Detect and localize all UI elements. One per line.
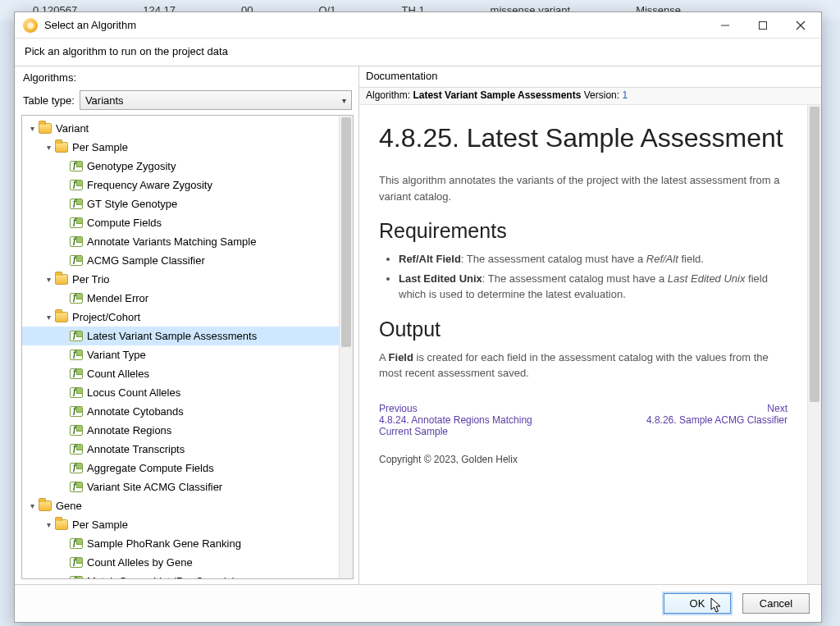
tree-item-acmg-sample-classifier[interactable]: ACMG Sample Classifier	[22, 251, 339, 270]
algorithm-icon	[70, 482, 83, 492]
algorithm-icon	[70, 199, 83, 209]
algorithm-icon	[70, 425, 83, 436]
next-link[interactable]: 4.8.26. Sample ACMG Classifier	[646, 414, 788, 426]
chevron-down-icon: ▾	[342, 96, 346, 105]
tree-label: Variant	[56, 122, 89, 135]
tree-label: Annotate Cytobands	[87, 405, 184, 418]
tree-label: Genotype Zygosity	[87, 160, 176, 172]
tree-folder-gene-per-sample[interactable]: ▾ Per Sample	[22, 515, 339, 534]
tree-item-latest-variant-sample-assessments[interactable]: Latest Variant Sample Assessments	[22, 327, 339, 345]
collapse-icon[interactable]: ▾	[43, 313, 53, 322]
folder-icon	[55, 142, 68, 153]
req-bold: Ref/Alt Field	[399, 253, 461, 265]
algorithm-icon	[70, 217, 83, 228]
collapse-icon[interactable]: ▾	[27, 124, 37, 133]
tree-folder-per-sample[interactable]: ▾ Per Sample	[22, 138, 339, 157]
tabletype-select[interactable]: Variants ▾	[80, 90, 352, 110]
algorithm-meta: Algorithm: Latest Variant Sample Assessm…	[359, 88, 821, 105]
version-value: 1	[622, 89, 628, 101]
algorithm-icon	[70, 406, 83, 417]
documentation-pane: Documentation Algorithm: Latest Variant …	[359, 66, 821, 584]
tree-item-mendel-error[interactable]: Mendel Error	[22, 289, 339, 308]
algorithm-tree[interactable]: ▾ Variant ▾ Per Sample Genotype Zygosity	[22, 116, 339, 578]
algorithm-icon	[70, 463, 83, 473]
tree-item-match-genes-list[interactable]: Match Genes List (Per Sample)	[22, 572, 339, 578]
tree-item-gt-style-genotype[interactable]: GT Style Genotype	[22, 194, 339, 213]
tree-label: Annotate Variants Matching Sample	[87, 235, 256, 248]
scrollbar-thumb[interactable]	[341, 117, 351, 347]
tree-item-frequency-aware-zygosity[interactable]: Frequency Aware Zygosity	[22, 176, 339, 194]
algorithm-icon	[70, 387, 83, 398]
algorithm-icon	[70, 350, 83, 360]
algorithms-label: Algorithms:	[21, 70, 354, 87]
tree-folder-variant[interactable]: ▾ Variant	[22, 119, 339, 138]
tree-item-variant-site-acmg-classifier[interactable]: Variant Site ACMG Classifier	[22, 477, 339, 496]
collapse-icon[interactable]: ▾	[43, 520, 53, 529]
tree-label: Annotate Transcripts	[87, 443, 185, 455]
close-button[interactable]	[782, 13, 819, 38]
tree-item-count-alleles-by-gene[interactable]: Count Alleles by Gene	[22, 553, 339, 572]
algo-meta-label: Algorithm:	[366, 89, 410, 101]
collapse-icon[interactable]: ▾	[43, 143, 53, 152]
doc-paragraph: This algorithm annotates the variants of…	[379, 172, 788, 204]
tree-label: Latest Variant Sample Assessments	[87, 330, 257, 342]
tree-folder-gene[interactable]: ▾ Gene	[22, 496, 339, 515]
svg-rect-1	[760, 21, 767, 29]
algorithm-icon	[70, 576, 83, 578]
tree-scrollbar[interactable]	[339, 116, 353, 578]
tree-item-annotate-cytobands[interactable]: Annotate Cytobands	[22, 402, 339, 421]
doc-nav-prev: Previous 4.8.24. Annotate Regions Matchi…	[379, 403, 567, 437]
algorithm-icon	[70, 236, 83, 247]
version-label: Version:	[584, 89, 619, 101]
documentation-label: Documentation	[359, 66, 821, 88]
list-item: Last Edited Unix: The assessment catalog…	[399, 271, 788, 303]
tree-label: Gene	[56, 500, 82, 512]
folder-icon	[39, 123, 52, 134]
tree-folder-per-trio[interactable]: ▾ Per Trio	[22, 270, 339, 289]
tree-label: Annotate Regions	[87, 424, 171, 436]
doc-heading: 4.8.25. Latest Sample Assessment	[379, 118, 788, 158]
tree-label: GT Style Genotype	[87, 198, 177, 210]
tree-label: Variant Site ACMG Classifier	[87, 481, 222, 493]
tree-item-locus-count-alleles[interactable]: Locus Count Alleles	[22, 383, 339, 402]
collapse-icon[interactable]: ▾	[27, 501, 37, 510]
tree-item-genotype-zygosity[interactable]: Genotype Zygosity	[22, 157, 339, 176]
maximize-button[interactable]	[744, 13, 782, 38]
tree-label: Per Trio	[72, 273, 110, 286]
collapse-icon[interactable]: ▾	[43, 275, 53, 284]
copyright: Copyright © 2023, Golden Helix	[379, 454, 788, 465]
folder-icon	[55, 312, 68, 322]
ok-button[interactable]: OK	[664, 593, 731, 614]
tree-item-sample-phorank[interactable]: Sample PhoRank Gene Ranking	[22, 534, 339, 553]
tree-folder-project-cohort[interactable]: ▾ Project/Cohort	[22, 308, 339, 327]
tree-label: Per Sample	[72, 519, 128, 531]
prev-link[interactable]: 4.8.24. Annotate Regions Matching Curren…	[379, 414, 532, 437]
doc-requirements-list: Ref/Alt Field: The assessment catalog mu…	[379, 251, 788, 303]
doc-scrollbar[interactable]	[807, 105, 821, 584]
algorithm-icon	[70, 444, 83, 455]
tree-label: ACMG Sample Classifier	[87, 254, 205, 267]
algorithm-icon	[70, 368, 83, 379]
tree-item-aggregate-compute-fields[interactable]: Aggregate Compute Fields	[22, 459, 339, 477]
algorithm-icon	[70, 255, 83, 266]
list-item: Ref/Alt Field: The assessment catalog mu…	[399, 251, 788, 267]
tree-label: Locus Count Alleles	[87, 386, 180, 399]
cancel-button[interactable]: Cancel	[742, 593, 810, 614]
doc-nav-next: Next 4.8.26. Sample ACMG Classifier	[600, 403, 788, 437]
dialog-button-bar: OK Cancel	[15, 584, 821, 622]
tree-item-annotate-variants-matching-sample[interactable]: Annotate Variants Matching Sample	[22, 232, 339, 251]
tree-label: Aggregate Compute Fields	[87, 462, 214, 474]
folder-icon	[55, 274, 68, 285]
tree-item-count-alleles[interactable]: Count Alleles	[22, 364, 339, 383]
tree-item-annotate-transcripts[interactable]: Annotate Transcripts	[22, 440, 339, 459]
doc-subheading-requirements: Requirements	[379, 219, 788, 243]
titlebar[interactable]: Select an Algorithm	[15, 12, 821, 39]
minimize-button[interactable]	[706, 13, 744, 38]
tree-label: Variant Type	[87, 349, 146, 361]
tree-item-compute-fields[interactable]: Compute Fields	[22, 213, 339, 232]
tree-item-variant-type[interactable]: Variant Type	[22, 345, 339, 364]
tree-item-annotate-regions[interactable]: Annotate Regions	[22, 421, 339, 440]
scrollbar-thumb[interactable]	[810, 107, 819, 402]
documentation-body[interactable]: 4.8.25. Latest Sample Assessment This al…	[359, 105, 807, 584]
dialog-title: Select an Algorithm	[44, 19, 706, 31]
